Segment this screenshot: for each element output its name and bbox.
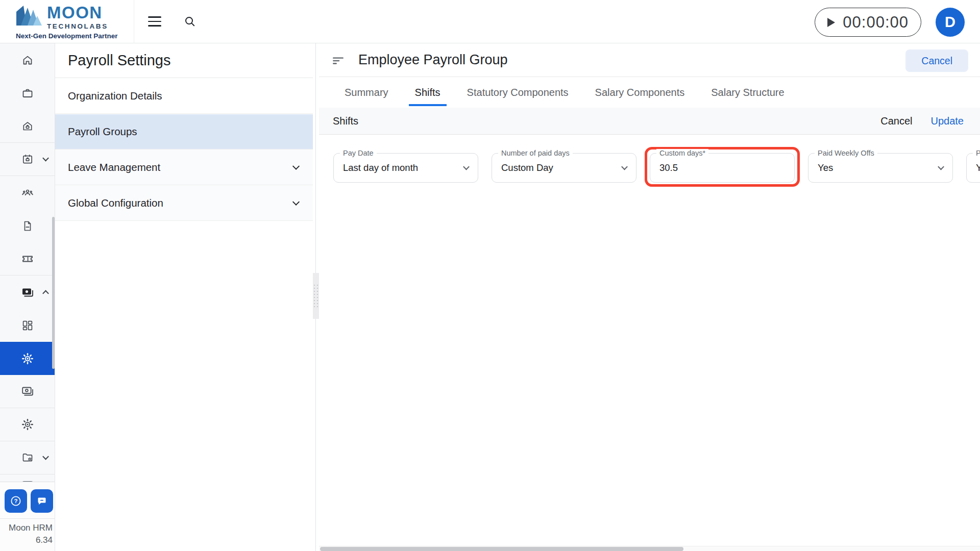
panel-title: Payroll Settings [55,43,313,78]
section-title: Shifts [333,115,358,127]
sidebar-item-payroll-dashboard[interactable] [0,309,55,342]
custom-days-input[interactable]: Custom days* 30.5 [650,153,795,183]
gear-icon [21,353,34,365]
sidebar-item-payroll[interactable] [0,276,55,309]
briefcase-icon [21,87,34,99]
page-title: Employee Payroll Group [358,52,508,68]
folder-gear-icon [21,452,34,464]
main-content: Employee Payroll Group Cancel Summary Sh… [319,43,980,551]
sidebar-item-assets[interactable] [0,441,55,474]
tab-summary[interactable]: Summary [331,77,402,108]
sidebar-item-home-work[interactable] [0,110,55,143]
menu-item-label: Payroll Groups [68,126,137,138]
sidebar-item-work[interactable] [0,77,55,110]
pay-date-select[interactable]: Pay Date Last day of month [333,153,478,183]
sidebar-item-tickets[interactable] [0,242,55,276]
field-value: Y [976,162,980,173]
sidebar-item-settings[interactable] [0,408,55,441]
panel-resize-handle[interactable] [313,273,319,319]
app-name: Moon HRM [0,522,53,535]
payments-icon [21,286,34,298]
search-icon[interactable] [184,15,196,28]
chevron-down-icon [292,198,300,205]
sort-icon[interactable] [332,54,345,67]
tab-bar: Summary Shifts Statutory Components Sala… [331,77,980,108]
rail-footer: ? Moon HRM 6.34 [0,482,55,551]
field-label: Custom days* [656,149,708,157]
tab-salary-structure[interactable]: Salary Structure [698,77,797,108]
number-of-paid-days-select[interactable]: Number of paid days Custom Day [492,153,636,183]
field-label: Number of paid days [498,149,573,157]
sidebar-item-attendance[interactable] [0,143,55,176]
timer-value: 00:00:00 [843,13,909,32]
home-work-icon [21,120,34,132]
logo-brand-text: MOON [47,4,108,21]
clipped-select[interactable]: P Y [966,153,980,183]
home-icon [21,54,34,66]
rail-scrollbar[interactable] [52,217,55,369]
tab-statutory-components[interactable]: Statutory Components [454,77,582,108]
field-label: Pay Date [340,149,377,157]
menu-item-label: Leave Management [68,161,160,173]
sidebar-item-documents[interactable] [0,209,55,242]
logo-subtitle-text: TECHNOLABS [47,22,108,30]
logo-mark-icon [16,3,45,27]
field-label: Paid Weekly Offs [815,149,877,157]
paid-weekly-offs-select[interactable]: Paid Weekly Offs Yes [808,153,953,183]
calendar-briefcase-icon [21,153,34,165]
menu-icon[interactable] [148,16,161,27]
shifts-section-bar: Shifts Cancel Update [319,108,980,135]
section-cancel-button[interactable]: Cancel [880,115,912,127]
section-update-button[interactable]: Update [931,115,964,127]
field-value: Yes [818,162,833,173]
horizontal-scrollbar[interactable] [319,546,980,551]
dashboard-icon [21,319,34,332]
logo[interactable]: MOON TECHNOLABS Next-Gen Development Par… [0,0,134,43]
svg-text:?: ? [14,498,17,504]
chevron-down-icon [463,164,470,170]
menu-item-payroll-groups[interactable]: Payroll Groups [55,114,313,149]
menu-item-leave-management[interactable]: Leave Management [55,149,313,185]
sidebar-item-payroll-settings[interactable] [0,342,55,375]
sidebar-item-expenses[interactable] [0,375,55,408]
field-value: Last day of month [343,162,418,173]
sidebar-item-home[interactable] [0,43,55,77]
tab-shifts[interactable]: Shifts [402,77,454,108]
panel-divider [313,43,319,551]
shifts-form: Pay Date Last day of month Number of pai… [333,153,980,183]
chevron-down-icon [42,454,49,460]
people-icon [21,187,34,199]
top-bar: MOON TECHNOLABS Next-Gen Development Par… [0,0,980,43]
feedback-button[interactable] [31,489,53,513]
sidebar-item-employees[interactable] [0,176,55,209]
main-header: Employee Payroll Group Cancel [319,43,980,77]
settings-panel: Payroll Settings Organization Details Pa… [55,43,313,551]
document-icon [21,220,34,232]
help-icon: ? [10,495,22,507]
payments-outline-icon [21,385,34,397]
timer-widget[interactable]: 00:00:00 [815,8,921,37]
field-label: P [973,149,980,157]
chevron-down-icon [42,155,49,162]
icon-rail: ? Moon HRM 6.34 [0,43,55,551]
tab-salary-components[interactable]: Salary Components [582,77,698,108]
chevron-down-icon [621,164,628,170]
menu-item-global-configuration[interactable]: Global Configuration [55,185,313,221]
cancel-button[interactable]: Cancel [905,49,968,72]
app-version: 6.34 [0,534,53,547]
feedback-icon [36,495,48,507]
chevron-up-icon [42,290,49,296]
ticket-icon [21,253,34,265]
resize-handle-icon [314,285,318,307]
help-button[interactable]: ? [5,489,27,513]
scrollbar-thumb[interactable] [320,547,683,551]
menu-item-label: Organization Details [68,90,162,102]
menu-item-organization-details[interactable]: Organization Details [55,78,313,114]
logo-tagline-text: Next-Gen Development Partner [16,32,134,40]
avatar[interactable]: D [936,8,965,37]
app-root: MOON TECHNOLABS Next-Gen Development Par… [0,0,980,551]
field-value: 30.5 [659,162,678,173]
play-icon[interactable] [827,18,835,27]
menu-item-label: Global Configuration [68,197,163,209]
field-value: Custom Day [501,162,553,173]
